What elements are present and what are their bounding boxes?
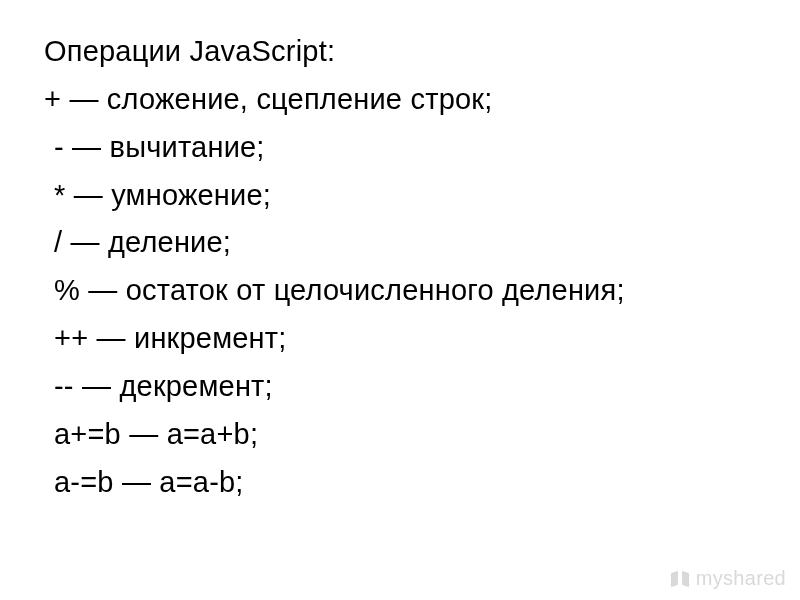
operation-line: a-=b — a=a-b; bbox=[44, 459, 756, 507]
operation-line: + — сложение, сцепление строк; bbox=[44, 76, 756, 124]
slide-body: Операции JavaScript: + — сложение, сцепл… bbox=[0, 0, 800, 526]
myshared-logo-icon bbox=[670, 570, 690, 588]
operation-line: / — деление; bbox=[44, 219, 756, 267]
operation-line: - — вычитание; bbox=[44, 124, 756, 172]
operation-line: -- — декремент; bbox=[44, 363, 756, 411]
operation-line: a+=b — a=a+b; bbox=[44, 411, 756, 459]
operation-line: % — остаток от целочисленного деления; bbox=[44, 267, 756, 315]
watermark-text: myshared bbox=[696, 567, 786, 590]
slide-title: Операции JavaScript: bbox=[44, 28, 756, 76]
operation-line: ++ — инкремент; bbox=[44, 315, 756, 363]
watermark: myshared bbox=[670, 567, 786, 590]
operation-line: * — умножение; bbox=[44, 172, 756, 220]
